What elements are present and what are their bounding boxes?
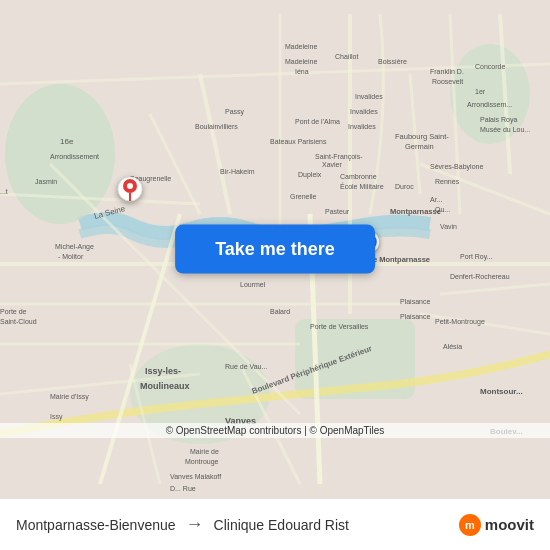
- svg-text:Invalides: Invalides: [348, 123, 376, 130]
- svg-text:École Militaire: École Militaire: [340, 182, 384, 190]
- button-overlay: Take me there: [175, 225, 375, 274]
- svg-text:Porte de Versailles: Porte de Versailles: [310, 323, 369, 330]
- svg-text:Qu...: Qu...: [435, 206, 450, 214]
- destination-label: Clinique Edouard Rist: [214, 517, 349, 533]
- svg-text:1er: 1er: [475, 88, 486, 95]
- svg-text:Invalides: Invalides: [350, 108, 378, 115]
- svg-text:Pont de l'Alma: Pont de l'Alma: [295, 118, 340, 125]
- arrow-icon: →: [186, 514, 204, 535]
- svg-text:Madeleine: Madeleine: [285, 43, 317, 50]
- svg-text:Madeleine: Madeleine: [285, 58, 317, 65]
- svg-text:Port Roy...: Port Roy...: [460, 253, 493, 261]
- svg-text:Ar...: Ar...: [430, 196, 443, 203]
- svg-text:Rennes: Rennes: [435, 178, 460, 185]
- map-container: La Seine Bir-Hakeim Grenelle Cambronne J…: [0, 0, 550, 498]
- take-me-there-button[interactable]: Take me there: [175, 225, 375, 274]
- svg-text:Montsour...: Montsour...: [480, 387, 523, 396]
- svg-text:Passy: Passy: [225, 108, 245, 116]
- svg-text:Concorde: Concorde: [475, 63, 505, 70]
- svg-text:Boulainvilliers: Boulainvilliers: [195, 123, 238, 130]
- svg-text:Arrondissement: Arrondissement: [50, 153, 99, 160]
- svg-text:Montrouge: Montrouge: [185, 458, 219, 466]
- svg-text:Arrondissem...: Arrondissem...: [467, 101, 512, 108]
- svg-text:Palais Roya: Palais Roya: [480, 116, 517, 124]
- bottom-bar: Montparnasse-Bienvenue → Clinique Edouar…: [0, 498, 550, 550]
- svg-text:Invalides: Invalides: [355, 93, 383, 100]
- svg-text:Sèvres-Babylone: Sèvres-Babylone: [430, 163, 483, 171]
- svg-text:Pasteur: Pasteur: [325, 208, 350, 215]
- moovit-brand-text: moovit: [485, 516, 534, 533]
- svg-text:Plaisance: Plaisance: [400, 298, 430, 305]
- svg-text:Mairie de: Mairie de: [190, 448, 219, 455]
- svg-text:Grenelle: Grenelle: [290, 193, 317, 200]
- svg-text:16e: 16e: [60, 137, 74, 146]
- svg-point-78: [127, 183, 133, 189]
- svg-text:Michel-Ange: Michel-Ange: [55, 243, 94, 251]
- svg-text:Moulineaux: Moulineaux: [140, 381, 190, 391]
- svg-text:Plaisance: Plaisance: [400, 313, 430, 320]
- svg-text:Porte de: Porte de: [0, 308, 27, 315]
- svg-text:Boissière: Boissière: [378, 58, 407, 65]
- svg-text:Germain: Germain: [405, 142, 434, 151]
- svg-text:Issy-les-: Issy-les-: [145, 366, 181, 376]
- svg-text:Roosevelt: Roosevelt: [432, 78, 463, 85]
- svg-text:D... Rue: D... Rue: [170, 485, 196, 492]
- svg-text:Vanves Malakoff: Vanves Malakoff: [170, 473, 221, 480]
- svg-text:Jasmin: Jasmin: [35, 178, 57, 185]
- origin-label: Montparnasse-Bienvenue: [16, 517, 176, 533]
- svg-text:m: m: [465, 519, 475, 531]
- moovit-logo: m moovit: [459, 514, 534, 536]
- svg-text:Bir-Hakeim: Bir-Hakeim: [220, 168, 255, 175]
- svg-text:Faubourg Saint-: Faubourg Saint-: [395, 132, 449, 141]
- svg-text:Musée du Lou...: Musée du Lou...: [480, 126, 530, 133]
- svg-text:Chaillot: Chaillot: [335, 53, 358, 60]
- svg-text:Lourmel: Lourmel: [240, 281, 266, 288]
- origin-pin: [118, 177, 142, 201]
- svg-text:Petit-Montrouge: Petit-Montrouge: [435, 318, 485, 326]
- svg-text:Iéna: Iéna: [295, 68, 309, 75]
- svg-text:Cambronne: Cambronne: [340, 173, 377, 180]
- svg-text:Vavin: Vavin: [440, 223, 457, 230]
- svg-text:Denfert-Rochereau: Denfert-Rochereau: [450, 273, 510, 280]
- route-info: Montparnasse-Bienvenue → Clinique Edouar…: [16, 514, 459, 535]
- svg-text:Franklin D.: Franklin D.: [430, 68, 464, 75]
- svg-text:Balard: Balard: [270, 308, 290, 315]
- app: La Seine Bir-Hakeim Grenelle Cambronne J…: [0, 0, 550, 550]
- svg-text:Rue de Vau...: Rue de Vau...: [225, 363, 267, 370]
- svg-text:Mairie d'Issy: Mairie d'Issy: [50, 393, 89, 401]
- svg-text:Montparnasse: Montparnasse: [390, 207, 441, 216]
- svg-text:Saint-François-: Saint-François-: [315, 153, 363, 161]
- svg-text:Xavier: Xavier: [322, 161, 343, 168]
- svg-text:Alésia: Alésia: [443, 343, 462, 350]
- svg-text:Duroc: Duroc: [395, 183, 414, 190]
- svg-text:Saint-Cloud: Saint-Cloud: [0, 318, 37, 325]
- svg-text:Issy: Issy: [50, 413, 63, 421]
- svg-text:...t: ...t: [0, 188, 8, 195]
- moovit-icon: m: [459, 514, 481, 536]
- svg-text:- Molitor: - Molitor: [58, 253, 84, 260]
- map-attribution: © OpenStreetMap contributors | © OpenMap…: [0, 423, 550, 438]
- svg-text:Bateaux Parisiens: Bateaux Parisiens: [270, 138, 327, 145]
- svg-text:Dupleix: Dupleix: [298, 171, 322, 179]
